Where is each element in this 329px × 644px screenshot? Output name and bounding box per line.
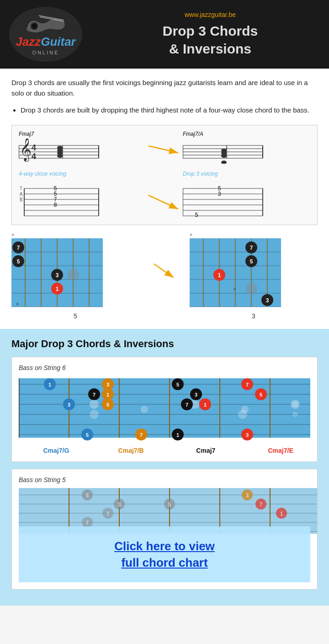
svg-text:5: 5 [260,392,262,397]
svg-text:8: 8 [54,202,57,208]
svg-text:7: 7 [250,245,253,251]
staff-svg-left: 𝄞 4 4 [19,139,101,164]
voicing-labels: 4-way close voicing Drop 3 voicing [19,169,310,177]
fretboard-right: 7 5 1 × 3 [190,238,281,311]
svg-point-17 [57,146,63,150]
staff-arrow [146,131,183,166]
svg-text:7: 7 [17,245,20,251]
chord-name-cmaj7b: Cmaj7/B [95,446,168,455]
svg-text:1: 1 [56,286,59,292]
svg-text:3: 3 [266,297,269,304]
staff-block-right: Fmaj7/A [183,131,310,166]
tab-svg-left: T A B 5 5 7 8 [19,183,101,217]
fretboard-left: 7 5 3 1 × [11,238,103,311]
card2-label: Bass on String 5 [19,476,310,483]
chord-card-string5: Bass on String 5 5 3 [11,469,318,590]
svg-text:A: A [20,192,23,197]
tab-block-right: 5 3 5 [183,183,310,219]
svg-text:7: 7 [93,392,96,397]
main-content: Drop 3 chords are usually the first voic… [0,69,329,329]
arrow-svg-staff [146,137,183,160]
svg-text:T: T [20,186,22,191]
svg-text:1: 1 [204,402,207,408]
svg-point-132 [90,400,99,409]
tab-row: T A B 5 5 7 8 [19,183,310,219]
fret-marker-right: × [190,232,318,237]
label-close-voicing: 4-way close voicing [19,169,146,177]
svg-text:7: 7 [260,502,262,507]
svg-text:5: 5 [195,212,198,217]
svg-text:5: 5 [17,258,20,265]
fretboard-svg-left: 7 5 3 1 × [11,238,103,309]
svg-text:1: 1 [218,272,221,279]
tab-block-left: T A B 5 5 7 8 [19,183,146,219]
svg-text:5: 5 [168,502,171,507]
header: JazzGuitar ONLINE www.jazzguitar.be Drop… [0,0,329,69]
svg-text:×: × [16,301,19,307]
fretboard-full-svg: 1 7 3 5 3 1 5 7 [19,376,310,442]
svg-point-30 [221,149,227,152]
svg-text:5: 5 [106,402,109,408]
chord-name-cmaj7g: Cmaj7/G [20,446,93,455]
svg-text:5: 5 [86,493,89,498]
svg-text:7: 7 [106,511,109,516]
svg-text:7: 7 [86,520,89,526]
svg-text:3: 3 [246,432,249,438]
tab-svg-right: 5 3 5 [183,183,265,217]
tab-arrow [146,183,183,219]
arrow-svg-fretboard [153,259,176,282]
click-link[interactable]: Click here to view full chord chart [28,538,301,571]
svg-text:3: 3 [218,191,221,197]
svg-text:7: 7 [246,382,249,387]
chord-label-1: Fmaj7 [19,131,146,137]
svg-text:3: 3 [56,272,59,279]
chord-label-2: Fmaj7/A [183,131,310,137]
click-overlay[interactable]: Click here to view full chord chart [19,526,310,583]
guitar-icon [23,13,69,34]
svg-text:5: 5 [250,258,253,265]
svg-point-3 [32,23,37,29]
fretboard-svg-right: 7 5 1 × 3 [190,238,281,309]
svg-text:3: 3 [68,402,70,408]
svg-text:4: 4 [32,152,36,161]
staff-svg-right [183,139,265,164]
svg-text:5: 5 [176,382,179,387]
svg-line-84 [154,264,174,278]
chord-card-string6: Bass on String 6 [11,357,318,462]
logo-circle: JazzGuitar ONLINE [9,7,82,62]
svg-text:5: 5 [86,432,89,438]
svg-text:7: 7 [186,402,188,408]
svg-text:3: 3 [118,502,121,507]
svg-point-160 [238,410,247,419]
intro-paragraph: Drop 3 chords are usually the first voic… [11,78,318,98]
label-drop3-voicing: Drop 3 voicing [183,169,310,177]
section-major: Major Drop 3 Chords & Inversions Bass on… [0,329,329,606]
header-url: www.jazzguitar.be [101,11,320,18]
string5-fretboard-wrapper: 5 3 5 3 7 7 1 7 Click here to view [19,488,310,583]
svg-text:4: 4 [32,143,36,152]
arrow-svg-tab [146,184,183,218]
svg-text:3: 3 [246,493,249,498]
section-title: Major Drop 3 Chords & Inversions [11,338,318,350]
fretboard-arrow [153,259,176,282]
svg-text:1: 1 [48,382,51,387]
svg-text:B: B [20,197,23,202]
svg-text:1: 1 [280,511,283,516]
svg-point-159 [90,410,99,419]
fret-marker-left: × [11,232,139,237]
notation-area: Fmaj7 𝄞 4 4 [11,125,318,225]
logo-text-jazz: JazzGuitar [16,35,76,49]
fretboard-row: × [11,232,318,320]
svg-point-120 [141,406,148,413]
svg-point-134 [291,400,300,409]
svg-text:1: 1 [176,432,179,438]
bullet-item: Drop 3 chords are built by dropping the … [21,105,318,116]
staff-block-left: Fmaj7 𝄞 4 4 [19,131,146,166]
chord-names-row: Cmaj7/G Cmaj7/B Cmaj7 Cmaj7/E [19,446,318,455]
svg-rect-106 [19,378,310,438]
card1-label: Bass on String 6 [19,364,310,371]
logo-area: JazzGuitar ONLINE [9,7,101,62]
logo-online: ONLINE [32,50,59,55]
fretboard-diagram-right: × 7 5 [190,232,318,320]
svg-line-50 [149,195,178,209]
